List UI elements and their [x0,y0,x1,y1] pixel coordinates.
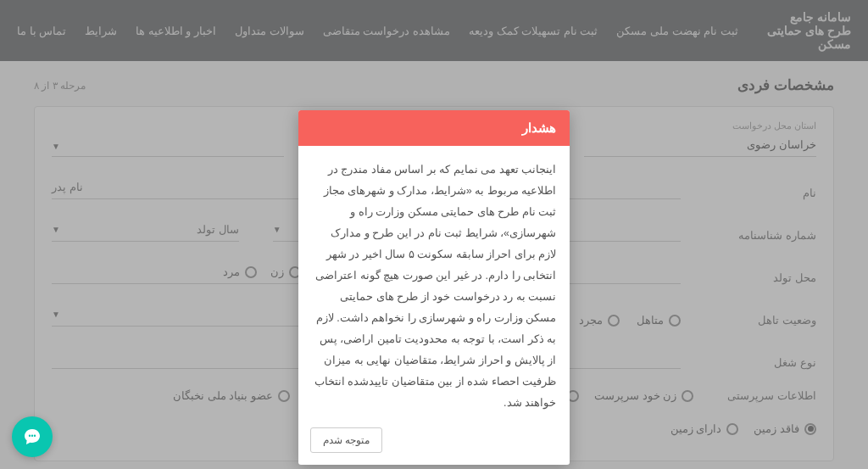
chat-icon [22,427,42,447]
chat-fab-button[interactable] [12,416,53,457]
modal-confirm-button[interactable]: متوجه شدم [310,427,382,453]
modal-overlay: هشدار اینجانب تعهد می نمایم که بر اساس م… [0,0,868,469]
warning-modal: هشدار اینجانب تعهد می نمایم که بر اساس م… [298,110,570,465]
modal-body: اینجانب تعهد می نمایم که بر اساس مفاد من… [298,146,570,427]
modal-title: هشدار [298,110,570,146]
